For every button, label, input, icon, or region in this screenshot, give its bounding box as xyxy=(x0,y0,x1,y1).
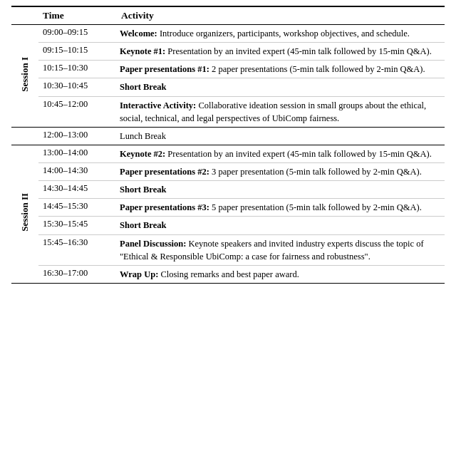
activity-cell: Short Break xyxy=(117,217,445,234)
activity-bold: Keynote #2: xyxy=(120,149,165,159)
activity-cell: Wrap Up: Closing remarks and best paper … xyxy=(117,265,445,283)
activity-text: Presentation by an invited expert (45-mi… xyxy=(165,46,432,56)
session-i-label: Session I xyxy=(11,25,38,128)
activity-bold: Keynote #1: xyxy=(120,46,165,56)
activity-header: Activity xyxy=(117,6,445,25)
activity-bold: Paper presentations #2: xyxy=(120,167,209,177)
schedule-table: Time Activity Session I 09:00–09:15 Welc… xyxy=(11,6,445,284)
time-cell: 14:00–14:30 xyxy=(38,163,117,181)
activity-text: Closing remarks and best paper award. xyxy=(158,269,299,279)
time-cell: 14:30–14:45 xyxy=(38,181,117,199)
activity-cell: Short Break xyxy=(117,78,445,96)
table-header: Time Activity xyxy=(11,6,445,25)
activity-cell: Paper presentations #2: 3 paper presenta… xyxy=(117,163,445,181)
time-cell: 09:00–09:15 xyxy=(38,25,117,43)
session-ii-row-7: 16:30–17:00 Wrap Up: Closing remarks and… xyxy=(11,265,445,283)
session-header-cell xyxy=(11,6,38,25)
activity-cell: Short Break xyxy=(117,181,445,199)
session-ii-label: Session II xyxy=(11,145,38,283)
time-cell: 10:45–12:00 xyxy=(38,96,117,127)
activity-bold: Short Break xyxy=(120,82,166,92)
activity-bold: Wrap Up: xyxy=(120,269,158,279)
session-ii-row-3: 14:30–14:45 Short Break xyxy=(11,181,445,199)
lunch-time: 12:00–13:00 xyxy=(38,127,117,145)
activity-bold: Paper presentations #3: xyxy=(120,202,209,212)
activity-cell: Keynote #2: Presentation by an invited e… xyxy=(117,145,445,162)
activity-bold: Short Break xyxy=(120,185,166,195)
session-i-row-4: 10:30–10:45 Short Break xyxy=(11,78,445,96)
activity-cell: Welcome: Introduce organizers, participa… xyxy=(117,25,445,43)
lunch-activity: Lunch Break xyxy=(117,127,445,145)
activity-cell: Panel Discussion: Keynote speakers and i… xyxy=(117,234,445,265)
session-i-row-2: 09:15–10:15 Keynote #1: Presentation by … xyxy=(11,43,445,61)
activity-text: 2 paper presentations (5-min talk follow… xyxy=(209,64,425,74)
activity-bold: Welcome: xyxy=(120,29,157,38)
activity-bold: Interactive Activity: xyxy=(120,100,196,110)
session-i-row-5: 10:45–12:00 Interactive Activity: Collab… xyxy=(11,96,445,127)
session-ii-row-1: Session II 13:00–14:00 Keynote #2: Prese… xyxy=(11,145,445,162)
time-cell: 16:30–17:00 xyxy=(38,265,117,283)
activity-bold: Short Break xyxy=(120,220,166,230)
time-cell: 09:15–10:15 xyxy=(38,43,117,61)
activity-cell: Paper presentations #1: 2 paper presenta… xyxy=(117,61,445,78)
time-cell: 14:45–15:30 xyxy=(38,199,117,217)
time-cell: 15:30–15:45 xyxy=(38,217,117,234)
time-header: Time xyxy=(38,6,117,25)
activity-cell: Interactive Activity: Collaborative idea… xyxy=(117,96,445,127)
lunch-row: 12:00–13:00 Lunch Break xyxy=(11,127,445,145)
session-i-row-3: 10:15–10:30 Paper presentations #1: 2 pa… xyxy=(11,61,445,78)
activity-text: 3 paper presentation (5-min talk followe… xyxy=(209,167,422,177)
lunch-session-cell xyxy=(11,127,38,145)
activity-text: Presentation by an invited expert (45-mi… xyxy=(165,149,432,159)
session-ii-row-4: 14:45–15:30 Paper presentations #3: 5 pa… xyxy=(11,199,445,217)
time-cell: 15:45–16:30 xyxy=(38,234,117,265)
session-ii-row-2: 14:00–14:30 Paper presentations #2: 3 pa… xyxy=(11,163,445,181)
session-ii-row-5: 15:30–15:45 Short Break xyxy=(11,217,445,234)
session-i-row-1: Session I 09:00–09:15 Welcome: Introduce… xyxy=(11,25,445,43)
time-cell: 13:00–14:00 xyxy=(38,145,117,162)
activity-cell: Keynote #1: Presentation by an invited e… xyxy=(117,43,445,61)
time-cell: 10:30–10:45 xyxy=(38,78,117,96)
activity-bold: Panel Discussion: xyxy=(120,239,186,249)
activity-text: Introduce organizers, participants, work… xyxy=(157,29,410,38)
activity-text: 5 paper presentation (5-min talk followe… xyxy=(209,202,422,212)
time-cell: 10:15–10:30 xyxy=(38,61,117,78)
activity-cell: Paper presentations #3: 5 paper presenta… xyxy=(117,199,445,217)
session-ii-row-6: 15:45–16:30 Panel Discussion: Keynote sp… xyxy=(11,234,445,265)
activity-bold: Paper presentations #1: xyxy=(120,64,209,74)
